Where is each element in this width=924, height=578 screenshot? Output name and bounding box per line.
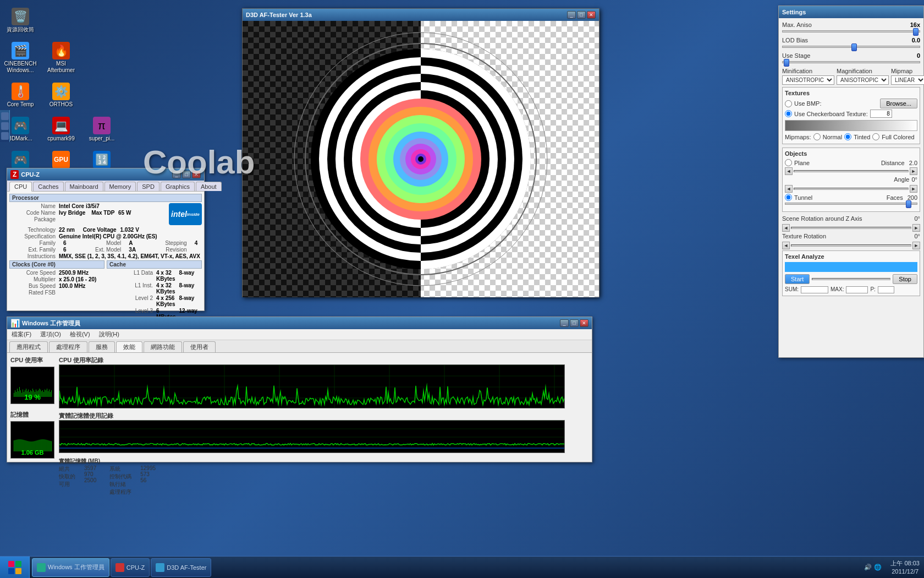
browse-btn[interactable]: Browse... <box>880 99 917 108</box>
magnification-select[interactable]: ANISOTROPIC <box>837 75 889 85</box>
cpuz-tab-graphics[interactable]: Graphics <box>161 182 195 191</box>
faces-thumb[interactable] <box>906 200 911 208</box>
use-stage-value: 0 <box>917 52 920 59</box>
use-bmp-radio[interactable] <box>785 100 792 107</box>
taskmanager-tab-network[interactable]: 網路功能 <box>144 341 182 352</box>
taskbar: Windows 工作管理員 CPU-Z D3D AF-Tester 🔊 🌐 上午… <box>0 556 924 578</box>
cpuz-tab-cpu[interactable]: CPU <box>9 182 32 192</box>
plane-radio[interactable] <box>785 159 792 166</box>
taskmanager-controls: _ □ ✕ <box>560 319 588 327</box>
taskbar-item-d3d[interactable]: D3D AF-Tester <box>151 558 211 577</box>
scene-rotation-scroll: ◄ ► <box>782 224 920 232</box>
tray-icon-network[interactable]: 🌐 <box>874 564 882 571</box>
max-aniso-slider[interactable] <box>782 30 920 32</box>
taskmanager-menu-help[interactable]: 說明(H) <box>97 330 122 339</box>
cpuz-multiplier: x 25.0 (16 - 20) <box>59 276 105 282</box>
settings-body: Max. Aniso 16x LOD Bias 0.0 Use Stage 0 <box>779 18 923 303</box>
distance-left-arrow[interactable]: ◄ <box>785 167 793 175</box>
sidebar-item-3[interactable] <box>1 132 9 140</box>
distance-right-arrow[interactable]: ► <box>910 167 917 175</box>
max-aniso-row: Max. Aniso 16x <box>782 21 920 28</box>
tray-icon-sound[interactable]: 🔊 <box>864 564 872 571</box>
distance-track[interactable] <box>794 170 909 172</box>
normal-radio[interactable] <box>813 133 821 140</box>
cpuz-tab-caches[interactable]: Caches <box>33 182 63 191</box>
texture-rotation-track[interactable] <box>791 244 911 247</box>
objects-title: Objects <box>785 150 917 157</box>
taskmanager-tab-performance[interactable]: 效能 <box>116 341 142 352</box>
desktop-icon-superpi[interactable]: π super_pi... <box>84 114 119 144</box>
tinted-radio[interactable] <box>844 133 851 140</box>
desktop-icon-recycle[interactable]: 🗑️ 資源回收筒 <box>3 6 38 35</box>
desktop-icon-orthos[interactable]: ⚙️ ORTHOS <box>43 80 79 110</box>
cpuz-tab-memory[interactable]: Memory <box>105 182 136 191</box>
lod-bias-slider[interactable] <box>782 46 920 48</box>
taskmanager-menu-view[interactable]: 檢視(V) <box>68 330 92 339</box>
taskmanager-tab-processes[interactable]: 處理程序 <box>49 341 87 352</box>
cpuz-l1data: 4 x 32 KBytes <box>156 270 179 282</box>
taskmanager-maximize-btn[interactable]: □ <box>570 319 579 327</box>
taskbar-item-taskmanager[interactable]: Windows 工作管理員 <box>32 558 109 577</box>
cpuz-tab-spd[interactable]: SPD <box>137 182 160 191</box>
start-button[interactable] <box>0 557 30 579</box>
use-checker-label: Use Checkerboard Texture: <box>794 111 868 117</box>
d3d-maximize-btn[interactable]: □ <box>577 11 586 19</box>
minification-label: Minification <box>782 68 834 74</box>
cpuz-l2: 4 x 256 KBytes <box>156 295 179 307</box>
texture-rotation-right[interactable]: ► <box>912 242 920 249</box>
angle-left-arrow[interactable]: ◄ <box>785 185 793 193</box>
scene-rotation-track[interactable] <box>791 227 911 229</box>
processes-val: 56 <box>140 477 146 483</box>
desktop-icon-msi[interactable]: 🔥 MSIAfterburner <box>43 40 79 76</box>
max-aniso-thumb[interactable] <box>913 28 919 36</box>
taskmanager-tab-services[interactable]: 服務 <box>89 341 115 352</box>
taskmanager-tab-apps[interactable]: 應用程式 <box>9 341 48 352</box>
desktop-icon-coretemp[interactable]: 🌡️ Core Temp <box>3 80 38 110</box>
lod-bias-thumb[interactable] <box>851 43 857 51</box>
p-input[interactable] <box>878 286 894 293</box>
distance-value: 2.0 <box>909 160 917 166</box>
mem-history-chart <box>59 420 565 453</box>
texture-rotation-left[interactable]: ◄ <box>782 242 790 249</box>
taskmanager-tab-users[interactable]: 使用者 <box>183 341 216 352</box>
sidebar-item-1[interactable] <box>1 112 9 120</box>
checker-size-input[interactable] <box>870 110 892 118</box>
d3d-minimize-btn[interactable]: _ <box>567 11 576 19</box>
tinted-label: Tinted <box>854 134 870 140</box>
taskmanager-menubar: 檔案(F) 選項(O) 檢視(V) 說明(H) <box>7 329 592 340</box>
taskmanager-minimize-btn[interactable]: _ <box>560 319 569 327</box>
lod-bias-value: 0.0 <box>912 37 920 43</box>
sidebar-item-2[interactable] <box>1 122 9 130</box>
taskmanager-menu-file[interactable]: 檔案(F) <box>9 330 34 339</box>
taskbar-item-cpuz[interactable]: CPU-Z <box>111 558 150 577</box>
scene-rotation-right[interactable]: ► <box>912 224 920 232</box>
desktop-icon-cpumark[interactable]: 💻 cpumark99 <box>43 114 79 144</box>
desktop-icon-cinebench[interactable]: 🎬 CINEBENCHWindows... <box>3 40 38 76</box>
angle-scroll: ◄ ► <box>785 185 917 193</box>
sum-input[interactable] <box>801 286 828 293</box>
cpuz-tab-mainboard[interactable]: Mainboard <box>65 182 103 191</box>
taskmanager-menu-options[interactable]: 選項(O) <box>38 330 63 339</box>
d3d-close-btn[interactable]: ✕ <box>587 11 596 19</box>
use-stage-thumb[interactable] <box>784 59 789 67</box>
cpuz-tab-about[interactable]: About <box>196 182 222 191</box>
use-checker-radio[interactable] <box>785 110 792 117</box>
faces-value: 200 <box>908 194 917 201</box>
angle-track[interactable] <box>794 188 909 190</box>
full-colored-radio[interactable] <box>872 133 879 140</box>
tunnel-radio[interactable] <box>785 194 792 201</box>
angle-right-arrow[interactable]: ► <box>910 185 917 193</box>
mipmap-select[interactable]: LINEAR <box>891 75 924 85</box>
taskbar-clock: 上午 08:03 2011/12/7 <box>886 559 924 575</box>
cpuz-clocks-section: Clocks (Core #0) <box>9 260 105 269</box>
normal-label: Normal <box>823 134 842 140</box>
taskmanager-close-btn[interactable]: ✕ <box>580 319 588 327</box>
minification-select[interactable]: ANISOTROPIC <box>782 75 834 85</box>
use-stage-slider[interactable] <box>782 61 920 63</box>
faces-slider[interactable] <box>785 203 917 205</box>
scene-rotation-left[interactable]: ◄ <box>782 224 790 232</box>
texel-bar <box>785 262 917 272</box>
max-input[interactable] <box>846 286 868 293</box>
start-btn[interactable]: Start <box>785 274 810 284</box>
stop-btn[interactable]: Stop <box>893 274 917 284</box>
